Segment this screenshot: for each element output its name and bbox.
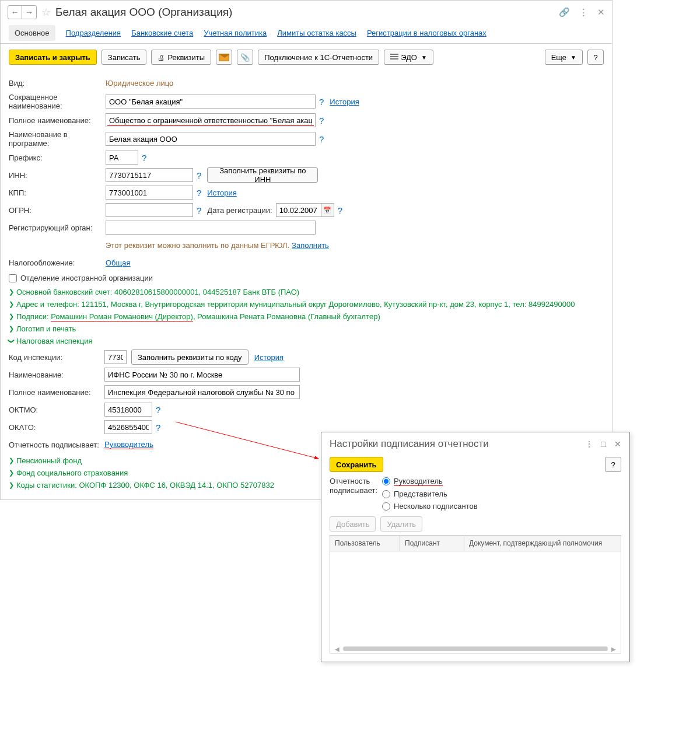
- edo-icon: [390, 54, 398, 61]
- hint-icon[interactable]: ?: [197, 205, 201, 215]
- save-close-button[interactable]: Записать и закрыть: [9, 50, 97, 65]
- insp-name-label: Наименование:: [9, 370, 104, 379]
- calendar-icon[interactable]: 📅: [321, 203, 334, 217]
- insp-full-label: Полное наименование:: [9, 388, 104, 397]
- tax-inspection-expander[interactable]: ❯Налоговая инспекция: [9, 335, 604, 347]
- report-signer-link[interactable]: Руководитель: [104, 440, 153, 449]
- link-icon[interactable]: 🔗: [559, 7, 570, 18]
- close-icon[interactable]: ✕: [597, 7, 605, 18]
- dialog-help-button[interactable]: ?: [605, 457, 621, 472]
- chevron-right-icon: ❯: [9, 288, 14, 296]
- reg-date-label: Дата регистрации:: [207, 206, 272, 215]
- tax-value-link[interactable]: Общая: [106, 258, 131, 267]
- short-name-input[interactable]: [106, 95, 316, 109]
- address-expander[interactable]: ❯Адрес и телефон: 121151, Москва г, Внут…: [9, 298, 604, 310]
- fill-link[interactable]: Заполнить: [292, 241, 329, 250]
- oktmo-input[interactable]: [104, 403, 152, 417]
- radio-group-label: Отчетностьподписывает:: [330, 477, 382, 500]
- tab-accounting-policy[interactable]: Учетная политика: [204, 26, 267, 40]
- foreign-org-label: Отделение иностранной организации: [20, 274, 153, 282]
- hint-icon[interactable]: ?: [156, 422, 160, 432]
- hint-icon[interactable]: ?: [319, 97, 324, 107]
- bank-account-expander[interactable]: ❯Основной банковский счет: 4060281061580…: [9, 286, 604, 298]
- short-name-label: Сокращенное наименование:: [9, 93, 106, 110]
- insp-full-input[interactable]: [104, 385, 300, 399]
- reg-hint: Этот реквизит можно заполнить по данным …: [106, 241, 289, 250]
- clip-icon: 📎: [240, 53, 250, 62]
- radio-representative[interactable]: Представитель: [382, 490, 478, 498]
- hint-icon[interactable]: ?: [142, 153, 146, 163]
- back-button[interactable]: ←: [8, 6, 22, 19]
- insp-code-label: Код инспекции:: [9, 353, 104, 362]
- tab-departments[interactable]: Подразделения: [66, 26, 121, 40]
- chevron-right-icon: ❯: [9, 300, 14, 308]
- hint-icon[interactable]: ?: [319, 116, 324, 125]
- prefix-label: Префикс:: [9, 153, 106, 162]
- tab-cash-limits[interactable]: Лимиты остатка кассы: [277, 26, 356, 40]
- fill-by-code-button[interactable]: Заполнить реквизиты по коду: [131, 349, 249, 365]
- mail-icon: [219, 54, 229, 61]
- hint-icon[interactable]: ?: [156, 405, 160, 415]
- tab-tax-registrations[interactable]: Регистрации в налоговых органах: [367, 26, 487, 40]
- dialog-save-button[interactable]: Сохранить: [330, 457, 383, 472]
- underline-indicator: [107, 125, 314, 126]
- foreign-org-checkbox[interactable]: [9, 274, 17, 282]
- connect-reporting-button[interactable]: Подключение к 1С-Отчетности: [258, 50, 379, 65]
- inn-input[interactable]: [106, 168, 193, 182]
- report-signer-label: Отчетность подписывает:: [9, 441, 104, 449]
- kind-label: Вид:: [9, 79, 106, 88]
- nav-arrows: ← →: [8, 5, 37, 19]
- kpp-history-link[interactable]: История: [207, 188, 236, 197]
- tab-bank-accounts[interactable]: Банковские счета: [131, 26, 193, 40]
- more-button[interactable]: Еще▼: [545, 50, 583, 65]
- hint-icon[interactable]: ?: [197, 188, 201, 198]
- chevron-right-icon: ❯: [9, 481, 14, 489]
- help-button[interactable]: ?: [587, 50, 604, 65]
- radio-director[interactable]: Руководитель: [382, 477, 478, 486]
- hint-icon[interactable]: ?: [197, 170, 201, 180]
- oktmo-label: ОКТМО:: [9, 406, 104, 414]
- prefix-input[interactable]: [106, 151, 138, 165]
- prog-name-input[interactable]: [106, 132, 316, 146]
- dialog-maximize-icon[interactable]: □: [601, 439, 606, 449]
- edo-button[interactable]: ЭДО▼: [384, 50, 433, 65]
- signatures-expander[interactable]: ❯Подписи: Ромашкин Роман Романович (Дире…: [9, 310, 604, 323]
- full-name-label: Полное наименование:: [9, 116, 106, 125]
- chevron-right-icon: ❯: [9, 313, 14, 320]
- mail-button[interactable]: [216, 50, 232, 65]
- kpp-input[interactable]: [106, 186, 193, 200]
- insp-name-input[interactable]: [104, 368, 300, 382]
- signing-settings-dialog: Настройки подписания отчетности ⋮ □ ✕ Со…: [321, 432, 630, 500]
- reg-date-input[interactable]: [276, 203, 321, 217]
- requisites-button[interactable]: 🖨Реквизиты: [151, 50, 211, 65]
- hint-icon[interactable]: ?: [319, 134, 324, 144]
- page-title: Белая акация ООО (Организация): [55, 6, 559, 19]
- reg-organ-label: Регистрирующий орган:: [9, 223, 106, 232]
- dialog-more-icon[interactable]: ⋮: [585, 439, 593, 449]
- dialog-close-icon[interactable]: ✕: [614, 439, 621, 449]
- tab-main[interactable]: Основное: [9, 25, 55, 41]
- logo-expander[interactable]: ❯Логотип и печать: [9, 323, 604, 335]
- tabs-bar: Основное Подразделения Банковские счета …: [1, 24, 612, 44]
- more-icon[interactable]: ⋮: [579, 7, 588, 18]
- favorite-icon[interactable]: ☆: [41, 6, 51, 19]
- history-link[interactable]: История: [330, 97, 359, 106]
- fill-by-inn-button[interactable]: Заполнить реквизиты по ИНН: [207, 167, 318, 183]
- forward-button[interactable]: →: [22, 6, 36, 19]
- chevron-right-icon: ❯: [9, 469, 14, 477]
- reg-organ-input[interactable]: [106, 221, 316, 235]
- toolbar: Записать и закрыть Записать 🖨Реквизиты 📎…: [1, 44, 612, 71]
- save-button[interactable]: Записать: [102, 50, 147, 65]
- dialog-title: Настройки подписания отчетности: [330, 438, 585, 450]
- hint-icon[interactable]: ?: [338, 205, 342, 215]
- kind-value: Юридическое лицо: [106, 79, 173, 88]
- insp-code-input[interactable]: [104, 350, 127, 364]
- okato-input[interactable]: [104, 420, 152, 434]
- window-header: ← → ☆ Белая акация ООО (Организация) 🔗 ⋮…: [1, 1, 612, 24]
- main-window: ← → ☆ Белая акация ООО (Организация) 🔗 ⋮…: [0, 0, 612, 500]
- attach-button[interactable]: 📎: [237, 50, 253, 65]
- inn-label: ИНН:: [9, 171, 106, 180]
- ogrn-input[interactable]: [106, 203, 193, 217]
- insp-history-link[interactable]: История: [254, 353, 284, 362]
- kpp-label: КПП:: [9, 188, 106, 197]
